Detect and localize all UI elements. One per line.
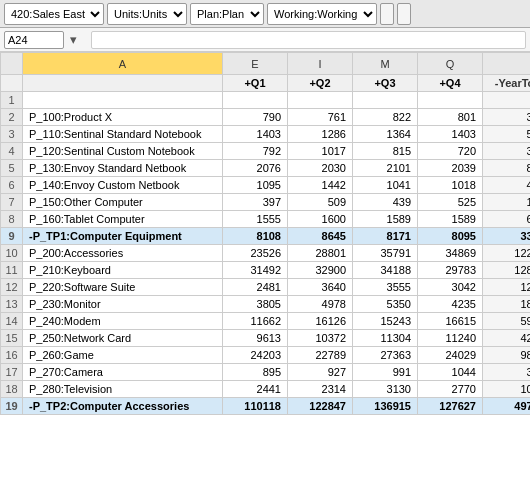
cell-m[interactable]: 11304 xyxy=(353,330,418,347)
row-header[interactable]: 14 xyxy=(1,313,23,330)
row-header[interactable]: 10 xyxy=(1,245,23,262)
cell-m[interactable]: 991 xyxy=(353,364,418,381)
cell-m[interactable]: 136915 xyxy=(353,398,418,415)
cell-label[interactable]: P_210:Keyboard xyxy=(23,262,223,279)
cell-m[interactable]: 35791 xyxy=(353,245,418,262)
cell-q[interactable]: 1403 xyxy=(418,126,483,143)
col-a-header[interactable]: A xyxy=(23,53,223,75)
cell-yeartotal[interactable]: 128363 xyxy=(483,262,531,279)
row-header[interactable]: 13 xyxy=(1,296,23,313)
cell-reference-input[interactable] xyxy=(4,31,64,49)
cell-label[interactable]: P_250:Network Card xyxy=(23,330,223,347)
cell-yeartotal[interactable]: 98384 xyxy=(483,347,531,364)
cell-q[interactable] xyxy=(418,92,483,109)
cell-label[interactable]: P_230:Monitor xyxy=(23,296,223,313)
cell-e[interactable]: 24203 xyxy=(223,347,288,364)
row-header[interactable]: 18 xyxy=(1,381,23,398)
cell-e[interactable]: 1403 xyxy=(223,126,288,143)
cell-label[interactable]: P_110:Sentinal Standard Notebook xyxy=(23,126,223,143)
cell-yeartotal[interactable]: 3174 xyxy=(483,109,531,126)
cell-e[interactable]: 31492 xyxy=(223,262,288,279)
cell-q[interactable]: 11240 xyxy=(418,330,483,347)
cell-i[interactable]: 8645 xyxy=(288,228,353,245)
cell-i[interactable]: 4978 xyxy=(288,296,353,313)
cell-label[interactable]: P_260:Game xyxy=(23,347,223,364)
cell-q[interactable]: 2039 xyxy=(418,160,483,177)
col-q-header[interactable]: Q xyxy=(418,53,483,75)
cell-label[interactable]: P_120:Sentinal Custom Notebook xyxy=(23,143,223,160)
cell-m[interactable]: 439 xyxy=(353,194,418,211)
row-header[interactable]: 4 xyxy=(1,143,23,160)
cell-q[interactable]: 8095 xyxy=(418,228,483,245)
cell-label[interactable]: P_270:Camera xyxy=(23,364,223,381)
cell-yeartotal[interactable]: 59646 xyxy=(483,313,531,330)
cell-yeartotal[interactable]: 3857 xyxy=(483,364,531,381)
working-select[interactable]: Working:Working xyxy=(267,3,377,25)
cell-q[interactable]: 3042 xyxy=(418,279,483,296)
cell-e[interactable]: 2441 xyxy=(223,381,288,398)
row-header[interactable]: 1 xyxy=(1,92,23,109)
cell-e[interactable]: 1095 xyxy=(223,177,288,194)
row-header[interactable]: 12 xyxy=(1,279,23,296)
cell-m[interactable]: 1589 xyxy=(353,211,418,228)
cell-yeartotal[interactable]: 18368 xyxy=(483,296,531,313)
cell-label[interactable] xyxy=(23,92,223,109)
cell-e[interactable]: 9613 xyxy=(223,330,288,347)
cell-i[interactable]: 509 xyxy=(288,194,353,211)
cell-e[interactable]: 1555 xyxy=(223,211,288,228)
cell-yeartotal[interactable]: 42529 xyxy=(483,330,531,347)
cell-e[interactable]: 23526 xyxy=(223,245,288,262)
cell-q[interactable]: 34869 xyxy=(418,245,483,262)
cell-i[interactable]: 16126 xyxy=(288,313,353,330)
cell-i[interactable]: 22789 xyxy=(288,347,353,364)
cell-m[interactable]: 5350 xyxy=(353,296,418,313)
cell-label[interactable]: P_160:Tablet Computer xyxy=(23,211,223,228)
units-select[interactable]: Units:Units xyxy=(107,3,187,25)
cell-m[interactable]: 815 xyxy=(353,143,418,160)
cell-e[interactable]: 397 xyxy=(223,194,288,211)
row-header[interactable]: 9 xyxy=(1,228,23,245)
cell-label[interactable]: P_220:Software Suite xyxy=(23,279,223,296)
cell-label[interactable]: -P_TP2:Computer Accessories xyxy=(23,398,223,415)
cell-m[interactable] xyxy=(353,92,418,109)
cell-q[interactable]: 24029 xyxy=(418,347,483,364)
row-header[interactable]: 3 xyxy=(1,126,23,143)
cell-m[interactable]: 2101 xyxy=(353,160,418,177)
cell-label[interactable]: P_140:Envoy Custom Netbook xyxy=(23,177,223,194)
cell-q[interactable]: 1589 xyxy=(418,211,483,228)
row-header[interactable]: 17 xyxy=(1,364,23,381)
cell-i[interactable]: 2030 xyxy=(288,160,353,177)
cell-label[interactable]: -P_TP1:Computer Equipment xyxy=(23,228,223,245)
cell-i[interactable]: 927 xyxy=(288,364,353,381)
row-header[interactable]: 7 xyxy=(1,194,23,211)
formula-input[interactable] xyxy=(91,31,526,49)
cell-q[interactable]: 1018 xyxy=(418,177,483,194)
cell-i[interactable]: 1600 xyxy=(288,211,353,228)
cell-yeartotal[interactable]: 33019 xyxy=(483,228,531,245)
formula-dropdown-icon[interactable]: ▾ xyxy=(68,32,79,47)
cell-i[interactable]: 28801 xyxy=(288,245,353,262)
cell-m[interactable]: 15243 xyxy=(353,313,418,330)
col-r-header[interactable]: R xyxy=(483,53,531,75)
cell-i[interactable]: 1017 xyxy=(288,143,353,160)
cell-e[interactable]: 11662 xyxy=(223,313,288,330)
row-header[interactable]: 6 xyxy=(1,177,23,194)
cell-q[interactable]: 29783 xyxy=(418,262,483,279)
cell-e[interactable]: 2481 xyxy=(223,279,288,296)
cell-yeartotal[interactable]: 6333 xyxy=(483,211,531,228)
sales-east-select[interactable]: 420:Sales East xyxy=(4,3,104,25)
cell-i[interactable]: 2314 xyxy=(288,381,353,398)
cell-e[interactable]: 792 xyxy=(223,143,288,160)
cell-e[interactable]: 110118 xyxy=(223,398,288,415)
cell-q[interactable]: 1044 xyxy=(418,364,483,381)
cell-q[interactable]: 16615 xyxy=(418,313,483,330)
cell-yeartotal[interactable]: 122987 xyxy=(483,245,531,262)
row-header[interactable]: 8 xyxy=(1,211,23,228)
row-header[interactable]: 16 xyxy=(1,347,23,364)
cell-yeartotal[interactable]: 8246 xyxy=(483,160,531,177)
cell-e[interactable]: 8108 xyxy=(223,228,288,245)
cell-label[interactable]: P_200:Accessories xyxy=(23,245,223,262)
cell-label[interactable]: P_130:Envoy Standard Netbook xyxy=(23,160,223,177)
cell-q[interactable]: 525 xyxy=(418,194,483,211)
refresh-button[interactable] xyxy=(397,3,411,25)
